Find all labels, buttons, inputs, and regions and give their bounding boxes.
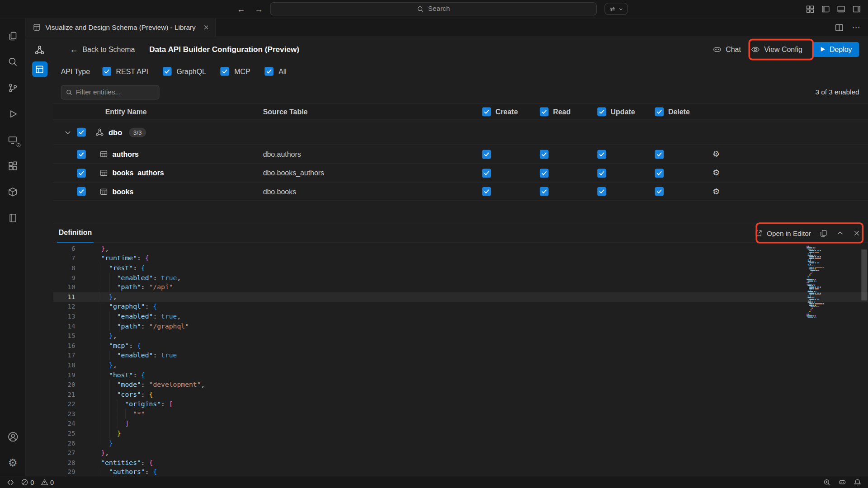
row-select-checkbox[interactable] [77,150,86,159]
op-checkbox[interactable] [597,187,606,196]
filter-entities-input[interactable] [76,89,155,96]
problems-errors[interactable]: 0 [21,479,34,486]
definition-editor[interactable]: 6},7"runtime": {8"rest": {9"enabled": tr… [53,243,868,476]
close-panel-icon[interactable] [853,229,861,237]
view-config-button[interactable]: View Config [751,45,802,54]
chevron-down-icon [618,6,623,11]
row-select-checkbox[interactable] [77,169,86,178]
back-to-schema-button[interactable]: ← Back to Schema [70,45,135,54]
code-line: 25} [53,428,868,438]
schema-group-row[interactable]: dbo 3/3 [53,120,868,145]
code-line: 20"mode": "development", [53,380,868,389]
toggle-panel-bottom-icon[interactable] [837,5,845,13]
split-editor-icon[interactable] [835,23,844,32]
scrollbar-thumb[interactable] [861,249,867,300]
table-row[interactable]: authorsdbo.authors⚙ [53,145,868,164]
op-checkbox[interactable] [655,150,664,159]
database-project-icon[interactable] [0,179,26,205]
nav-forward-icon[interactable]: → [255,4,263,14]
select-all-checkbox[interactable] [482,108,491,117]
table-row[interactable]: books_authorsdbo.books_authors⚙ [53,163,868,182]
api-option-checkbox[interactable] [221,67,230,76]
back-label: Back to Schema [82,45,135,53]
notifications-bell-icon[interactable] [854,479,861,486]
run-debug-icon[interactable] [0,101,26,127]
layout-grid-icon[interactable] [806,5,814,13]
api-option-checkbox[interactable] [163,67,172,76]
definition-tab[interactable]: Definition [57,224,94,243]
copilot-status-icon[interactable] [838,478,846,486]
select-all-checkbox[interactable] [540,108,549,117]
line-number: 9 [53,274,75,282]
line-number: 10 [53,283,75,291]
toggle-panel-right-icon[interactable] [853,5,861,13]
extensions-icon[interactable] [0,153,26,179]
select-all-checkbox[interactable] [597,108,606,117]
select-all-checkbox[interactable] [655,108,664,117]
op-checkbox[interactable] [482,169,491,178]
account-icon[interactable] [0,424,26,450]
back-arrow-icon: ← [70,45,78,54]
toggle-panel-left-icon[interactable] [821,5,830,13]
search-sidebar-icon[interactable] [0,49,26,75]
eye-icon [751,45,760,54]
api-option-checkbox[interactable] [102,67,111,76]
collapse-panel-icon[interactable] [836,229,844,237]
copilot-menu-button[interactable] [604,3,627,15]
open-in-editor-button[interactable]: Open in Editor [755,229,811,237]
remote-indicator-icon[interactable] [7,479,14,486]
explorer-icon[interactable] [0,23,26,49]
deploy-button[interactable]: Deploy [812,42,859,56]
line-number: 6 [53,244,75,252]
chevron-down-icon[interactable] [64,128,72,136]
row-settings-gear-icon[interactable]: ⚙ [712,150,720,158]
op-checkbox[interactable] [482,150,491,159]
row-settings-gear-icon[interactable]: ⚙ [712,187,720,195]
nav-back-icon[interactable]: ← [237,4,245,14]
remote-explorer-icon[interactable] [0,127,26,153]
library-icon[interactable] [0,205,26,231]
group-select-checkbox[interactable] [77,128,86,137]
command-center-search[interactable]: Search [270,2,597,15]
titlebar: ← → Search [0,0,868,18]
status-bar: 0 0 [0,476,868,488]
api-option-label: All [278,67,287,75]
chat-button[interactable]: Chat [712,45,741,54]
line-number: 22 [53,400,75,408]
tab-title: Visualize and Design Schema (Preview) - … [45,23,195,31]
line-number: 27 [53,449,75,456]
op-checkbox[interactable] [540,169,549,178]
op-checkbox[interactable] [540,187,549,196]
settings-gear-icon[interactable]: ⚙ [0,450,26,476]
op-checkbox[interactable] [655,187,664,196]
filter-entities-input-box[interactable] [61,85,160,100]
line-number: 16 [53,342,75,349]
tab-close-icon[interactable] [203,24,210,31]
problems-warnings[interactable]: 0 [41,479,54,486]
zoom-icon[interactable] [823,479,831,486]
line-number: 18 [53,361,75,369]
tab-visualize-schema[interactable]: Visualize and Design Schema (Preview) - … [26,18,217,36]
line-number: 11 [53,293,75,301]
source-control-icon[interactable] [0,75,26,101]
line-number: 17 [53,352,75,359]
view-config-label: View Config [764,45,802,53]
op-checkbox[interactable] [597,150,606,159]
copy-icon[interactable] [819,229,827,237]
line-number: 7 [53,254,75,262]
api-builder-view-button[interactable] [32,61,47,77]
op-checkbox[interactable] [655,169,664,178]
op-checkbox[interactable] [540,150,549,159]
schema-view-button[interactable] [32,42,47,57]
code-line: 13"enabled": true, [53,312,868,322]
api-option-checkbox[interactable] [265,67,274,76]
line-number: 15 [53,332,75,340]
code-line: 16"mcp": { [53,341,868,351]
row-select-checkbox[interactable] [77,187,86,196]
minimap[interactable] [806,246,859,319]
op-checkbox[interactable] [482,187,491,196]
table-row[interactable]: booksdbo.books⚙ [53,182,868,201]
row-settings-gear-icon[interactable]: ⚙ [712,169,720,177]
more-actions-icon[interactable]: ⋯ [852,23,860,33]
op-checkbox[interactable] [597,169,606,178]
